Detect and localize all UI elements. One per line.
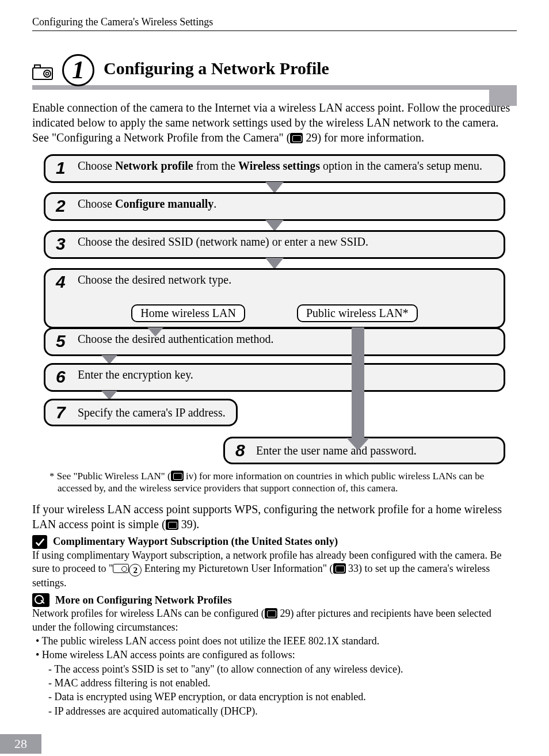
note-heading-more: More on Configuring Network Profiles [32, 593, 517, 607]
step-text: Choose Configure manually. [78, 197, 216, 211]
page-ref-icon [166, 520, 178, 530]
page-ref-icon [171, 471, 184, 481]
step-number: 2 [56, 197, 68, 215]
list-item: The public wireless LAN access point doe… [36, 634, 517, 648]
page-ref-icon [265, 608, 277, 618]
step-4: 4 Choose the desired network type. Home … [44, 268, 505, 329]
step-number: 7 [56, 404, 68, 421]
step-1: 1 Choose Network profile from the Wirele… [44, 154, 505, 183]
note-heading-wayport: Complimentary Wayport Subscription (the … [32, 535, 517, 549]
running-header: Configuring the Camera's Wireless Settin… [32, 16, 517, 31]
dash-list: The access point's SSID is set to "any" … [36, 662, 517, 718]
page-number: 28 [0, 734, 41, 754]
arrow-down-long-icon [352, 327, 364, 440]
page-ref-icon [333, 563, 346, 574]
keyboard-icon [113, 564, 129, 573]
arrow-down-icon [265, 258, 284, 269]
step-text: Choose the desired network type. [78, 273, 231, 291]
step-number: 8 [235, 442, 248, 459]
step-text: Choose the desired authentication method… [78, 333, 273, 346]
svg-rect-3 [35, 65, 40, 68]
list-item: The access point's SSID is set to "any" … [48, 662, 517, 676]
circled-number-icon: 2 [129, 564, 142, 576]
list-item: Home wireless LAN access points are conf… [36, 648, 517, 717]
option-public-lan: Public wireless LAN* [297, 304, 418, 322]
arrow-down-icon [265, 182, 284, 193]
section-title: Configuring a Network Profile [104, 59, 329, 83]
step-number: 1 [56, 159, 68, 177]
flowchart: 1 Choose Network profile from the Wirele… [44, 154, 505, 464]
magnifier-icon [32, 593, 49, 607]
note-body-more: Network profiles for wireless LANs can b… [32, 607, 517, 634]
note-body-wayport: If using complimentary Wayport subscript… [32, 549, 517, 590]
arrow-down-icon [265, 220, 284, 231]
page-ref-icon [290, 133, 303, 143]
step-text: Enter the user name and password. [256, 444, 417, 457]
step-number: 5 [56, 333, 68, 350]
camera-icon [32, 60, 53, 83]
step-text: Choose Network profile from the Wireless… [78, 159, 482, 173]
check-icon [32, 535, 47, 549]
option-home-lan: Home wireless LAN [131, 304, 245, 322]
step-7: 7 Specify the camera's IP address. [44, 399, 238, 426]
step-number: 4 [56, 273, 68, 291]
bullet-list: The public wireless LAN access point doe… [32, 634, 517, 718]
step-2: 2 Choose Configure manually. [44, 192, 505, 221]
step-text: Specify the camera's IP address. [78, 406, 226, 419]
svg-rect-0 [33, 68, 52, 79]
wps-paragraph: If your wireless LAN access point suppor… [32, 502, 517, 532]
step-text: Enter the encryption key. [78, 368, 193, 381]
list-item: Data is encrypted using WEP encryption, … [48, 690, 517, 704]
list-item: MAC address filtering is not enabled. [48, 676, 517, 690]
step-number: 3 [56, 235, 68, 253]
step-number: 6 [56, 368, 68, 385]
step-3: 3 Choose the desired SSID (network name)… [44, 230, 505, 259]
section-heading: 1 Configuring a Network Profile [32, 54, 517, 90]
footnote: * See "Public Wireless LAN" ( iv) for mo… [49, 470, 505, 495]
svg-point-1 [44, 70, 51, 77]
list-item: IP addresses are acquired automatically … [48, 704, 517, 718]
section-number: 1 [62, 54, 94, 86]
step-text: Choose the desired SSID (network name) o… [78, 235, 368, 249]
intro-paragraph: Enable connection of the camera to the I… [32, 100, 517, 145]
svg-point-2 [46, 72, 49, 75]
